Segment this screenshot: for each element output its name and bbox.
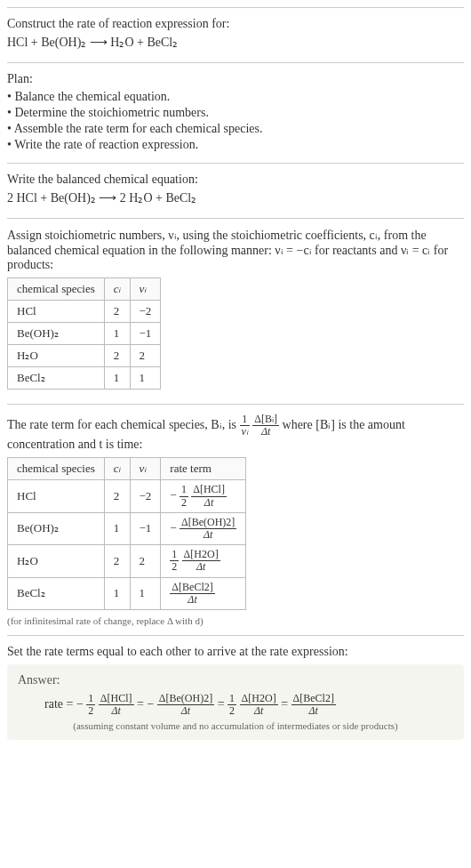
plan-item: • Write the rate of reaction expression. xyxy=(7,138,464,152)
col-v: νᵢ xyxy=(130,278,161,301)
final-section: Set the rate terms equal to each other t… xyxy=(7,635,464,749)
col-c: cᵢ xyxy=(104,278,130,301)
plan-title: Plan: xyxy=(7,72,464,86)
prompt-section: Construct the rate of reaction expressio… xyxy=(7,7,464,62)
plan-item: • Balance the chemical equation. xyxy=(7,90,464,104)
rate-expression: rate = − 12 Δ[HCl]Δt = − Δ[Be(OH)2]Δt = … xyxy=(18,693,453,717)
fraction: Δ[Bᵢ] Δt xyxy=(252,414,279,438)
rate-term-table: chemical species cᵢ νᵢ rate term HCl 2 −… xyxy=(7,457,246,610)
final-intro: Set the rate terms equal to each other t… xyxy=(7,645,464,659)
plan-item: • Assemble the rate term for each chemic… xyxy=(7,122,464,136)
answer-box: Answer: rate = − 12 Δ[HCl]Δt = − Δ[Be(OH… xyxy=(7,664,464,740)
balanced-section: Write the balanced chemical equation: 2 … xyxy=(7,163,464,218)
table-row: BeCl₂ 1 1 Δ[BeCl2]Δt xyxy=(8,577,246,609)
col-species: chemical species xyxy=(8,278,105,301)
rate-term-intro: The rate term for each chemical species,… xyxy=(7,414,464,452)
plan-section: Plan: • Balance the chemical equation. •… xyxy=(7,62,464,163)
table-header-row: chemical species cᵢ νᵢ xyxy=(8,278,161,301)
unbalanced-equation: HCl + Be(OH)₂ ⟶ H₂O + BeCl₂ xyxy=(7,35,464,50)
table-row: HCl 2 −2 xyxy=(8,301,161,323)
prompt-text: Construct the rate of reaction expressio… xyxy=(7,17,464,31)
rate-term-section: The rate term for each chemical species,… xyxy=(7,404,464,635)
stoich-intro: Assign stoichiometric numbers, νᵢ, using… xyxy=(7,228,464,272)
balanced-equation: 2 HCl + Be(OH)₂ ⟶ 2 H₂O + BeCl₂ xyxy=(7,190,464,205)
table-header-row: chemical species cᵢ νᵢ rate term xyxy=(8,458,246,480)
plan-list: • Balance the chemical equation. • Deter… xyxy=(7,90,464,152)
table-row: Be(OH)₂ 1 −1 − Δ[Be(OH)2]Δt xyxy=(8,512,246,544)
stoich-section: Assign stoichiometric numbers, νᵢ, using… xyxy=(7,218,464,404)
stoich-table: chemical species cᵢ νᵢ HCl 2 −2 Be(OH)₂ … xyxy=(7,277,161,390)
table-row: H₂O 2 2 xyxy=(8,345,161,367)
table-row: HCl 2 −2 − 12 Δ[HCl]Δt xyxy=(8,480,246,512)
answer-label: Answer: xyxy=(18,673,453,687)
answer-assumption: (assuming constant volume and no accumul… xyxy=(18,720,453,731)
balanced-intro: Write the balanced chemical equation: xyxy=(7,173,464,187)
plan-item: • Determine the stoichiometric numbers. xyxy=(7,106,464,120)
table-row: BeCl₂ 1 1 xyxy=(8,367,161,390)
fraction: 1 νᵢ xyxy=(240,414,250,438)
table-row: Be(OH)₂ 1 −1 xyxy=(8,323,161,345)
rate-term-footnote: (for infinitesimal rate of change, repla… xyxy=(7,615,464,626)
table-row: H₂O 2 2 12 Δ[H2O]Δt xyxy=(8,545,246,577)
